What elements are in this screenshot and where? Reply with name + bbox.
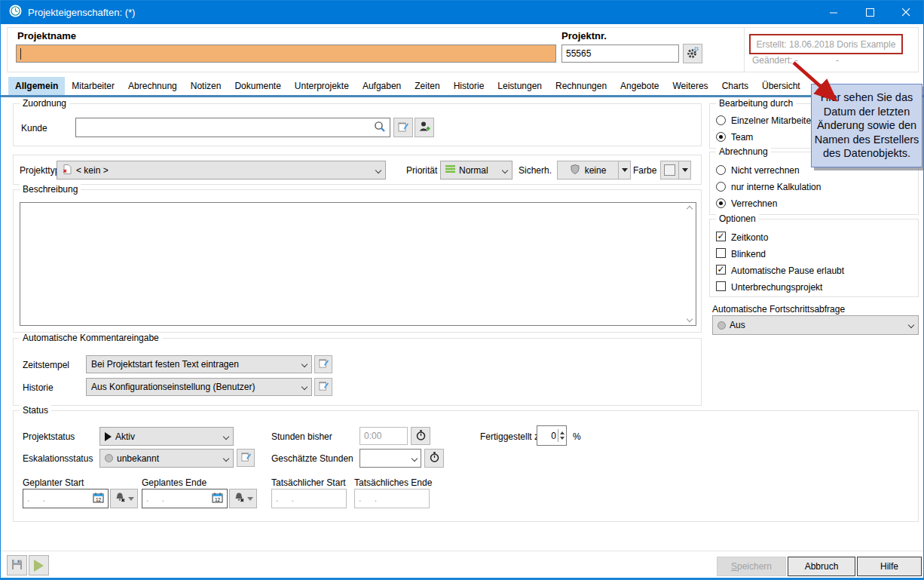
spin-down-icon — [560, 437, 564, 440]
priority-normal-icon — [445, 164, 455, 176]
beschreibung-textarea[interactable] — [20, 202, 696, 326]
calendar-icon: 12 — [93, 492, 104, 505]
geschaetzte-stunden-label: Geschätzte Stunden — [271, 453, 353, 464]
tab-notizen[interactable]: Notizen — [184, 77, 228, 95]
checkbox-automatische-pause[interactable] — [716, 265, 726, 275]
radio-verrechnen[interactable] — [716, 198, 726, 208]
tab-allgemein[interactable]: Allgemein — [8, 77, 65, 95]
historie-edit-button[interactable] — [314, 378, 332, 396]
tab-leistungen[interactable]: Leistungen — [491, 77, 549, 95]
beschreibung-group: Beschreibung — [13, 189, 702, 333]
geschaetzt-timer-button[interactable] — [424, 449, 444, 468]
radio-nicht-verrechnen[interactable] — [716, 165, 726, 175]
chevron-down-icon — [301, 384, 307, 390]
sicherheit-button[interactable]: keine — [557, 161, 619, 180]
header-divider — [744, 28, 745, 72]
farbe-dropdown-arrow[interactable] — [678, 161, 691, 180]
start-project-button[interactable] — [29, 555, 49, 575]
tab-unterprojekte[interactable]: Unterprojekte — [288, 77, 356, 95]
kunde-edit-button[interactable] — [393, 118, 413, 137]
radio-einzelner-mitarbeiter[interactable] — [716, 115, 726, 125]
clock-icon — [9, 5, 22, 20]
sicherheit-value: keine — [585, 165, 607, 176]
fortschrittsabfrage-dropdown[interactable]: Aus — [712, 315, 919, 335]
projektstatus-dropdown[interactable]: Aktiv — [99, 427, 234, 446]
projektnr-settings-button[interactable] — [683, 44, 702, 63]
chevron-down-icon — [301, 361, 307, 367]
farbe-label: Farbe — [633, 165, 656, 176]
zeitstempel-edit-button[interactable] — [314, 355, 332, 373]
geschaetzte-stunden-combo[interactable] — [360, 449, 421, 468]
eskalationsstatus-dropdown[interactable]: unbekannt — [99, 449, 234, 468]
tab-angebote[interactable]: Angebote — [613, 77, 665, 95]
tab-mitarbeiter[interactable]: Mitarbeiter — [65, 77, 121, 95]
kommentareingabe-legend: Automatische Kommentareingabe — [20, 333, 162, 343]
tab-weiteres[interactable]: Weiteres — [665, 77, 714, 95]
prioritaet-dropdown[interactable]: Normal — [440, 161, 512, 180]
sicherheit-dropdown-arrow[interactable] — [618, 161, 631, 180]
checkbox-unterbrechungsprojekt[interactable] — [716, 281, 726, 291]
projekttyp-dropdown[interactable]: < kein > — [57, 161, 386, 180]
kunde-add-button[interactable] — [415, 118, 434, 137]
historie-value: Aus Konfigurationseinstellung (Benutzer) — [91, 382, 255, 392]
fertiggestellt-spinner[interactable]: 0 — [537, 425, 567, 446]
tab-historie[interactable]: Historie — [447, 77, 491, 95]
radio-team[interactable] — [716, 132, 726, 142]
tatsaechlicher-start-label: Tatsächlicher Start — [271, 477, 346, 488]
stopwatch-icon — [415, 429, 427, 443]
triangle-down-icon — [128, 497, 134, 501]
tab-charts[interactable]: Charts — [715, 77, 755, 95]
person-add-icon — [418, 121, 430, 135]
zeitstempel-label: Zeitstempel — [23, 360, 69, 370]
minimize-button[interactable] — [816, 1, 851, 24]
tatsaechlicher-start-input: . . — [271, 489, 347, 508]
edit-icon — [318, 380, 329, 394]
status-group: Status Projektstatus Aktiv Eskalationsst… — [13, 410, 919, 522]
tab-abrechnung[interactable]: Abrechnung — [121, 77, 184, 95]
projektnr-input[interactable]: 55565 — [561, 44, 679, 63]
checkbox-zeitkonto-label: Zeitkonto — [731, 232, 768, 243]
quick-save-button[interactable] — [7, 555, 27, 575]
edit-icon — [318, 358, 329, 371]
spinner-arrows[interactable] — [558, 429, 566, 442]
spin-up-icon — [560, 431, 564, 434]
farbe-swatch-button[interactable] — [660, 161, 679, 180]
zeitstempel-dropdown[interactable]: Bei Projektstart festen Text eintragen — [86, 355, 312, 373]
zeitstempel-value: Bei Projektstart festen Text eintragen — [91, 359, 239, 370]
geplantes-ende-reminder-button[interactable] — [229, 489, 257, 508]
checkbox-zeitkonto[interactable] — [716, 232, 726, 241]
gray-dot-icon — [105, 454, 113, 462]
textarea-scrollbar[interactable] — [684, 204, 695, 324]
chevron-down-icon — [502, 167, 508, 173]
historie-dropdown[interactable]: Aus Konfigurationseinstellung (Benutzer) — [86, 378, 312, 396]
eskalation-edit-button[interactable] — [237, 449, 255, 467]
play-status-icon — [105, 432, 112, 441]
radio-interne-kalkulation[interactable] — [716, 182, 726, 192]
hilfe-button[interactable]: Hilfe — [857, 557, 922, 576]
tatsaechlicher-start-value: . . — [276, 493, 299, 504]
scroll-up-icon — [686, 206, 692, 212]
geplanter-start-input[interactable]: . . 12 — [23, 489, 109, 508]
kunde-label: Kunde — [21, 123, 47, 133]
search-icon — [374, 121, 386, 135]
stunden-bisher-label: Stunden bisher — [271, 431, 332, 442]
speichern-button[interactable]: Speichern — [717, 557, 786, 576]
status-legend: Status — [20, 405, 51, 416]
kunde-search-input[interactable] — [75, 118, 390, 137]
tab-dokumente[interactable]: Dokumente — [228, 77, 287, 95]
abbruch-button[interactable]: Abbruch — [788, 557, 855, 576]
close-button[interactable] — [889, 1, 923, 24]
projektnr-value: 55565 — [566, 48, 591, 59]
triangle-down-icon — [247, 497, 253, 501]
geplanter-start-reminder-button[interactable] — [110, 489, 138, 508]
maximize-button[interactable] — [852, 1, 887, 24]
tab-aufgaben[interactable]: Aufgaben — [356, 77, 408, 95]
footer-divider — [1, 551, 923, 551]
geplantes-ende-input[interactable]: . . 12 — [142, 489, 228, 508]
tab-zeiten[interactable]: Zeiten — [408, 77, 446, 95]
projektname-input[interactable] — [16, 44, 556, 63]
tab-rechnungen[interactable]: Rechnungen — [549, 77, 613, 95]
checkbox-blinkend[interactable] — [716, 248, 726, 258]
prioritaet-value: Normal — [459, 165, 488, 176]
stunden-timer-button[interactable] — [411, 427, 430, 445]
